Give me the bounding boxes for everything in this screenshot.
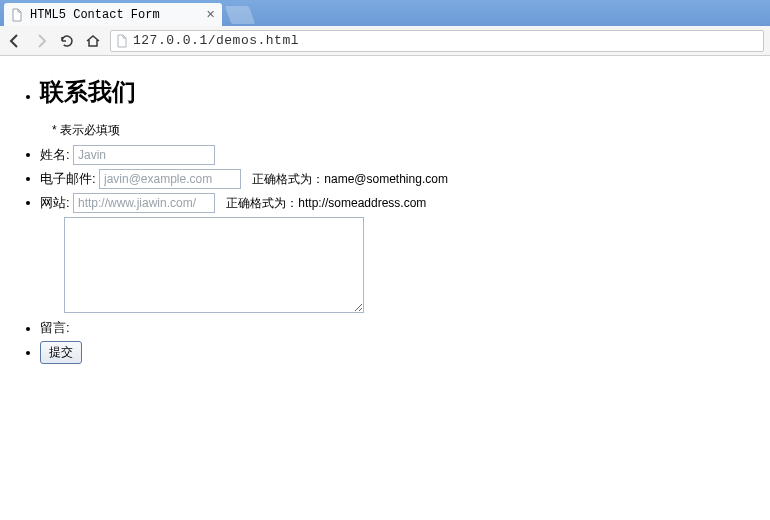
page-icon xyxy=(10,8,24,22)
tab-strip: HTML5 Contact Form ✕ xyxy=(0,0,770,26)
address-bar[interactable]: 127.0.0.1/demos.html xyxy=(110,30,764,52)
site-icon xyxy=(115,34,129,48)
message-label: 留言: xyxy=(40,319,70,337)
browser-tab[interactable]: HTML5 Contact Form ✕ xyxy=(4,3,222,26)
submit-button[interactable]: 提交 xyxy=(40,341,82,364)
email-hint: 正确格式为：name@something.com xyxy=(252,172,448,186)
tab-title: HTML5 Contact Form xyxy=(30,8,198,22)
site-label: 网站: xyxy=(40,195,70,210)
page-body: 联系我们 * 表示必填项 姓名: 电子邮件: 正确格式为：name@someth… xyxy=(0,56,770,364)
new-tab-button[interactable] xyxy=(225,6,256,24)
email-label: 电子邮件: xyxy=(40,171,96,186)
page-heading: 联系我们 xyxy=(40,76,770,108)
forward-button[interactable] xyxy=(32,32,50,50)
browser-toolbar: 127.0.0.1/demos.html xyxy=(0,26,770,56)
name-label: 姓名: xyxy=(40,147,70,162)
url-text: 127.0.0.1/demos.html xyxy=(133,33,299,48)
close-icon[interactable]: ✕ xyxy=(204,9,216,21)
required-note: * 表示必填项 xyxy=(52,122,770,139)
reload-button[interactable] xyxy=(58,32,76,50)
name-input[interactable] xyxy=(73,145,215,165)
email-input[interactable] xyxy=(99,169,241,189)
back-button[interactable] xyxy=(6,32,24,50)
message-textarea[interactable] xyxy=(64,217,364,313)
home-button[interactable] xyxy=(84,32,102,50)
site-input[interactable] xyxy=(73,193,215,213)
site-hint: 正确格式为：http://someaddress.com xyxy=(226,196,426,210)
